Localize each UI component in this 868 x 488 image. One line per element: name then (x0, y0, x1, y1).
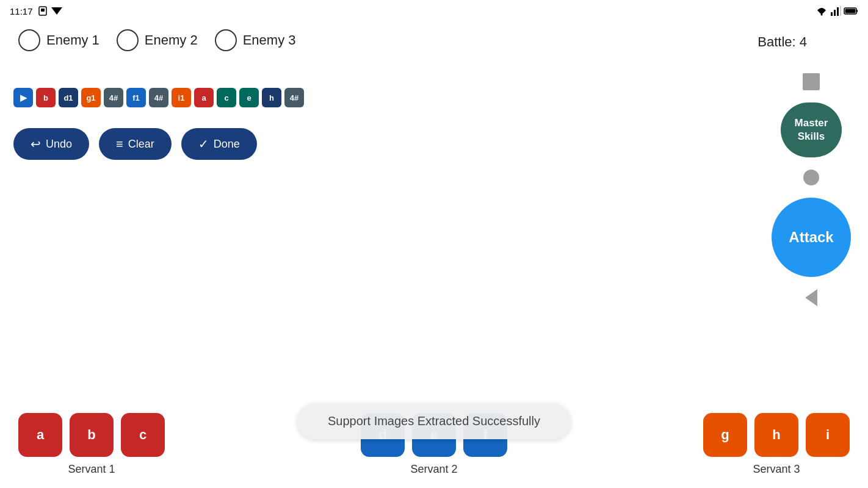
chip-d1[interactable]: d1 (59, 88, 78, 107)
chips-row: ▶bd1g14#f14#i1aceh4# (13, 88, 304, 107)
enemy-2-item[interactable]: Enemy 2 (117, 29, 198, 51)
servant3-card-2[interactable]: i (806, 413, 850, 457)
enemy-3-item[interactable]: Enemy 3 (215, 29, 296, 51)
square-button[interactable] (803, 73, 820, 90)
servant3-group: ghiServant 3 (703, 413, 850, 476)
enemy-2-circle (117, 29, 139, 51)
back-triangle-button[interactable] (805, 289, 817, 306)
servant3-card-1[interactable]: h (754, 413, 798, 457)
chip-g1[interactable]: g1 (81, 88, 101, 107)
undo-label: Undo (46, 138, 72, 151)
svg-rect-1 (41, 9, 45, 12)
master-skills-button[interactable]: MasterSkills (781, 102, 842, 157)
enemy-1-label: Enemy 1 (46, 32, 99, 48)
signal-icon (51, 6, 62, 16)
buttons-row: ↩ Undo ≡ Clear ✓ Done (13, 128, 257, 160)
battery-icon (844, 7, 858, 15)
enemy-1-item[interactable]: Enemy 1 (18, 29, 99, 51)
enemy-3-label: Enemy 3 (243, 32, 296, 48)
chip-4hash3[interactable]: 4# (284, 88, 304, 107)
enemy-3-circle (215, 29, 237, 51)
servant1-name: Servant 1 (68, 463, 115, 476)
svg-rect-4 (831, 12, 833, 16)
servant3-card-0[interactable]: g (703, 413, 747, 457)
chip-f1[interactable]: f1 (126, 88, 146, 107)
enemy-row: Enemy 1 Enemy 2 Enemy 3 (18, 29, 295, 51)
svg-rect-6 (837, 7, 839, 16)
toast-message: Support Images Extracted Successfully (328, 414, 540, 428)
chip-arrow[interactable]: ▶ (13, 88, 33, 107)
chip-e[interactable]: e (239, 88, 259, 107)
done-label: Done (214, 138, 240, 151)
servant3-name: Servant 3 (753, 463, 800, 476)
servant1-group: abcServant 1 (18, 413, 165, 476)
undo-button[interactable]: ↩ Undo (13, 128, 89, 160)
chip-c[interactable]: c (217, 88, 236, 107)
chip-h[interactable]: h (262, 88, 281, 107)
enemy-2-label: Enemy 2 (145, 32, 198, 48)
wifi-icon (816, 6, 828, 16)
attack-label: Attack (789, 229, 833, 245)
status-time: 11:17 (10, 6, 33, 16)
clear-button[interactable]: ≡ Clear (99, 128, 172, 160)
attack-button[interactable]: Attack (772, 198, 851, 277)
svg-rect-9 (856, 10, 858, 12)
svg-point-3 (821, 14, 823, 16)
status-right-icons (816, 6, 858, 16)
chip-i1[interactable]: i1 (172, 88, 191, 107)
chip-a[interactable]: a (194, 88, 214, 107)
status-bar: 11:17 (0, 0, 868, 22)
done-icon: ✓ (198, 137, 209, 151)
done-button[interactable]: ✓ Done (181, 128, 257, 160)
chip-b[interactable]: b (36, 88, 56, 107)
servant2-name: Servant 2 (410, 463, 457, 476)
sim-icon (38, 6, 48, 16)
chip-4hash2[interactable]: 4# (149, 88, 168, 107)
signal-bars-icon (830, 6, 841, 16)
clear-label: Clear (128, 138, 154, 151)
servant1-card-1[interactable]: b (70, 413, 114, 457)
chip-4hash[interactable]: 4# (104, 88, 123, 107)
servant1-card-0[interactable]: a (18, 413, 62, 457)
svg-marker-2 (51, 7, 62, 15)
svg-rect-10 (845, 9, 856, 13)
svg-rect-5 (834, 10, 836, 16)
servant1-card-2[interactable]: c (121, 413, 165, 457)
servant1-cards: abc (18, 413, 165, 457)
toast-notification: Support Images Extracted Successfully (297, 403, 571, 439)
battle-counter: Battle: 4 (758, 34, 807, 50)
svg-rect-7 (840, 6, 841, 16)
right-panel: MasterSkills Attack (772, 73, 851, 306)
clear-icon: ≡ (116, 137, 123, 151)
enemy-1-circle (18, 29, 40, 51)
circle-indicator (803, 170, 819, 185)
undo-icon: ↩ (31, 137, 41, 151)
servant3-cards: ghi (703, 413, 850, 457)
status-icons (38, 6, 62, 16)
